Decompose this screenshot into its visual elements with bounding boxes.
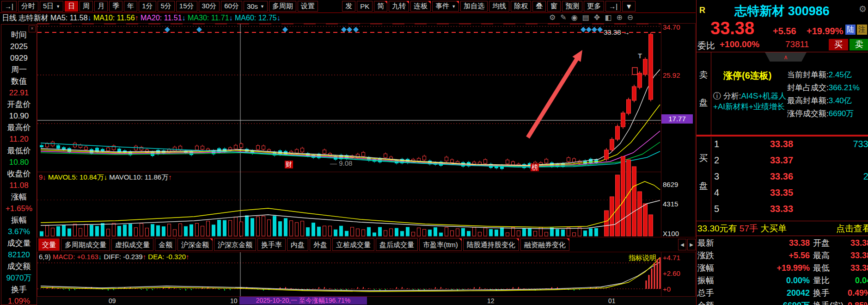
seal-stat-row: 封单占成交:366.21% [787,82,860,93]
tool-btn-PK[interactable]: PK [357,1,373,12]
t-signal-marker: T [638,52,642,60]
tab-多周期成交量[interactable]: 多周期成交量 [61,238,110,251]
close-icon[interactable]: × [29,25,36,32]
tool-btn-叠[interactable]: 叠 [532,1,546,12]
indicator-help-link[interactable]: 指标说明 [629,254,656,262]
quote-stat-row: 涨跌+5.56最高33.38 [697,249,868,262]
indicator-value: ↓ [182,14,188,22]
scroll-tabs-left-icon[interactable]: ◀ [678,239,686,250]
settings-gear-icon[interactable]: ⚙ [549,13,556,22]
chevron-down-icon: ▼ [260,4,264,9]
date-tick: 01 [608,297,616,305]
period-tab-5日[interactable]: 5日▼ [40,1,63,12]
bid-level-row[interactable]: 233.3789 [712,155,868,171]
tool-btn-更多[interactable]: 更多 [584,1,604,12]
tool-btn-btn13[interactable]: →| [605,1,621,12]
info-row: 最低价 [1,145,37,156]
tab-陆股通持股变化[interactable]: 陆股通持股变化 [463,238,519,251]
tool-btn-发[interactable]: 发 [342,1,355,12]
tab-沪深金额[interactable]: 沪深金额 [177,238,213,251]
lock-icon[interactable]: ◧ [605,13,611,22]
collapse-panel-chevron[interactable]: ∧ [765,52,807,62]
collapse-panel-icon[interactable]: →| [1,1,17,12]
tab-交量[interactable]: 交量 [38,238,60,251]
volume-axis-label: X100 [663,230,679,237]
tool-btn-预测[interactable]: 预测 [562,1,582,12]
period-tab-15分[interactable]: 15分 [176,1,197,12]
period-tab-设置[interactable]: 设置 [298,1,318,12]
bid-level-row[interactable]: 533.3353 [712,204,868,219]
tool-btn-简[interactable]: 简 [374,1,387,12]
print-icon[interactable]: ▤ [582,13,589,22]
indicator-value: DIFF: -0.239 [104,253,142,261]
tab-融资融券变化[interactable]: 融资融券变化 [520,238,569,251]
pan-hand-icon[interactable]: ✥ [594,13,600,22]
buy-button[interactable]: 买 [829,39,848,50]
tab-金额[interactable]: 金额 [155,238,176,251]
tab-换手率[interactable]: 换手率 [257,238,286,251]
indicator-value: ↓ [98,253,104,261]
tab-立桩成交量[interactable]: 立桩成交量 [332,238,374,251]
date-tick: 09 [109,297,116,305]
tab-内盘[interactable]: 内盘 [287,238,308,251]
period-tab-日[interactable]: 日 [65,1,78,12]
tool-btn-除权[interactable]: 除权 [511,1,531,12]
tool-btn-九转[interactable]: 九转 [389,1,409,12]
bid-level-row[interactable]: 333.36249 [712,171,868,187]
info-row: 1.09% [1,295,37,305]
seal-stat-row: 当前封单额:2.45亿 [787,69,852,80]
info-row: 数值 [1,75,37,87]
tool-btn-事件[interactable]: 事件▼ [432,1,459,12]
zoom-out-icon[interactable]: ⊖ [627,13,633,22]
tab-外盘[interactable]: 外盘 [310,238,331,251]
period-tab-1分[interactable]: 1分 [139,1,156,12]
new-feature-dot [567,238,569,241]
eye-icon[interactable]: ◉ [571,13,578,22]
period-tab-30s[interactable]: 30s▼ [244,1,268,12]
bid-level-row[interactable]: 133.3873395 [712,139,868,155]
draw-pen-icon[interactable]: ✎ [560,13,566,22]
view-details-link[interactable]: 点击查看 [836,222,868,235]
bid-level-row[interactable]: 433.3525 [712,187,868,203]
macd-axis-label: +0 [663,285,671,293]
candle-info-sidebar: × 时间20250929周一数值22.91开盘价10.90最高价11.20最低价… [1,24,37,305]
tab-虚拟成交量[interactable]: 虚拟成交量 [111,238,153,251]
info-row: 周一 [1,64,37,75]
tab-沪深京金额[interactable]: 沪深京金额 [214,238,256,251]
big-order-banner: 33.30元有 57手 大买单 点击查看 [697,222,868,235]
period-tab-季[interactable]: 季 [109,1,122,12]
volume-indicator-tabs: 交量多周期成交量虚拟成交量金额沪深金额沪深京金额换手率内盘外盘立桩成交量盘后成交… [37,237,696,252]
event-badge[interactable]: 财 [285,161,293,168]
tool-btn-连板[interactable]: 连板 [410,1,431,12]
period-tab-月[interactable]: 月 [94,1,108,12]
tab-市盈率ttm[interactable]: 市盈率(ttm) [419,238,462,251]
tab-盘后成交量[interactable]: 盘后成交量 [376,238,418,251]
info-row: 涨幅 [1,191,37,203]
indicator-value: MA10: 11.56 [93,14,135,22]
period-tab-分时[interactable]: 分时 [18,1,38,12]
last-price: 33.38 [710,19,754,38]
tool-btn-btn14[interactable]: ▼ [622,1,636,12]
indicator-value: DEA: -0.320 [148,253,186,261]
sell-button[interactable]: 卖 [850,39,868,50]
period-tab-5分[interactable]: 5分 [158,1,175,12]
scroll-tabs-right-icon[interactable]: ▶ [687,239,696,250]
event-badge[interactable]: 榜 [531,163,539,171]
seal-stat-row: 涨停成交额:6690万 [787,108,854,119]
new-feature-dot [210,238,213,241]
volume-ma-header: 9↓ MAVOL5: 10.84万↓ MAVOL10: 11.86万↑ [39,173,172,182]
gain-since-event-banner[interactable]: 2025-10-20,一 至今涨幅196.71% [239,297,367,305]
tool-btn-加自选[interactable]: 加自选 [460,1,488,12]
info-row: 9070万 [1,272,37,284]
tool-btn-窗[interactable]: 窗 [547,1,561,12]
period-tab-30分[interactable]: 30分 [199,1,220,12]
period-tab-60分[interactable]: 60分 [221,1,242,12]
zoom-in-icon[interactable]: ⊕ [616,13,622,22]
panel-gear-icon[interactable]: ⚙ [859,4,867,14]
tool-btn-均线[interactable]: 均线 [489,1,509,12]
ai-analysis-text[interactable]: ⓘ 分析:AI4S+机器人+AI新材料+业绩增长 [713,91,793,112]
period-tab-多周期[interactable]: 多周期 [269,1,296,12]
period-tab-周[interactable]: 周 [79,1,93,12]
new-feature-dot [385,1,387,4]
period-tab-年[interactable]: 年 [124,1,137,12]
